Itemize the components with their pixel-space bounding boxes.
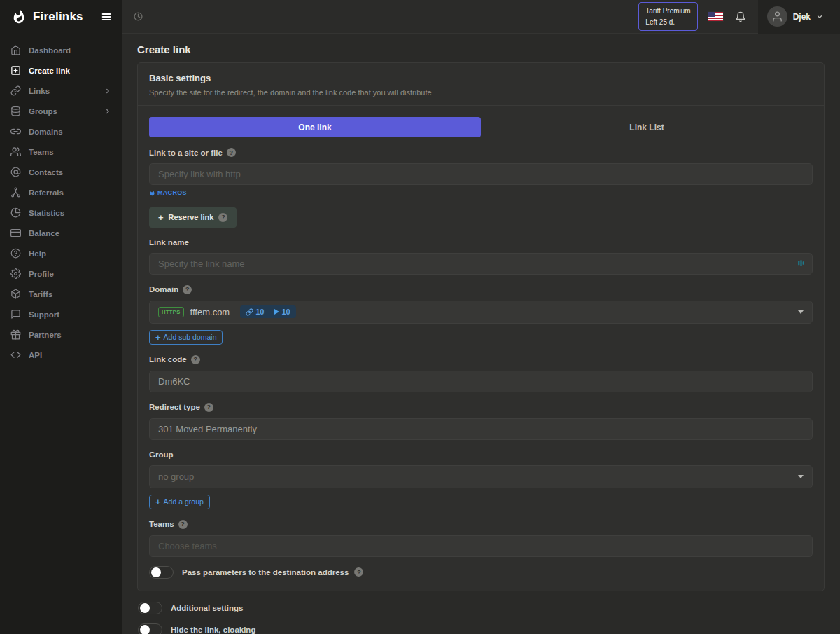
sidebar-item-label: Help bbox=[29, 249, 46, 258]
sidebar: Firelinks Dashboard Create link Links Gr… bbox=[0, 0, 122, 634]
package-icon bbox=[10, 289, 21, 299]
group-select[interactable]: no group bbox=[149, 465, 813, 488]
sidebar-item-label: Groups bbox=[29, 107, 57, 116]
help-icon[interactable]: ? bbox=[191, 355, 200, 364]
brand-name: Firelinks bbox=[33, 10, 94, 24]
teams-input[interactable] bbox=[149, 535, 813, 557]
flame-logo-icon bbox=[11, 9, 27, 25]
reserve-link-label: Reserve link bbox=[169, 213, 214, 221]
additional-settings-row: Additional settings bbox=[137, 602, 825, 614]
hamburger-menu-icon[interactable] bbox=[101, 11, 112, 22]
at-sign-icon bbox=[10, 167, 21, 177]
content-area: Create link Basic settings Specify the s… bbox=[122, 34, 840, 634]
sidebar-item-partners[interactable]: Partners bbox=[0, 324, 122, 345]
sidebar-nav: Dashboard Create link Links Groups Domai… bbox=[0, 34, 122, 365]
sidebar-item-teams[interactable]: Teams bbox=[0, 142, 122, 162]
redirect-type-label-row: Redirect type ? bbox=[149, 403, 813, 412]
add-sub-domain-button[interactable]: + Add sub domain bbox=[149, 330, 223, 345]
redirects-count-stat: 10 bbox=[274, 308, 290, 316]
basic-settings-card: Basic settings Specify the site for the … bbox=[137, 62, 825, 591]
notifications-bell-icon[interactable] bbox=[735, 11, 746, 22]
sidebar-item-domains[interactable]: Domains bbox=[0, 121, 122, 142]
sidebar-item-tariffs[interactable]: Tariffs bbox=[0, 284, 122, 304]
user-menu[interactable]: Djek bbox=[758, 0, 840, 34]
generate-name-icon[interactable] bbox=[797, 259, 806, 268]
pill-divider bbox=[269, 308, 270, 316]
add-group-button[interactable]: + Add a group bbox=[149, 495, 210, 509]
link-name-label-row: Link name bbox=[149, 238, 813, 247]
sidebar-item-help[interactable]: Help bbox=[0, 243, 122, 263]
tab-link-list[interactable]: Link List bbox=[481, 117, 813, 137]
domain-value: fffem.com bbox=[190, 307, 230, 317]
credit-card-icon bbox=[10, 228, 21, 238]
domain-label: Domain bbox=[149, 285, 178, 294]
sidebar-item-statistics[interactable]: Statistics bbox=[0, 202, 122, 223]
reserve-link-button[interactable]: + Reserve link ? bbox=[149, 207, 237, 228]
redirect-type-input[interactable] bbox=[149, 418, 813, 440]
page-title: Create link bbox=[137, 43, 825, 55]
macros-label: MACROS bbox=[158, 189, 187, 196]
card-title: Basic settings bbox=[149, 73, 813, 83]
sidebar-item-balance[interactable]: Balance bbox=[0, 223, 122, 243]
sidebar-item-label: Support bbox=[29, 310, 59, 319]
chevron-right-icon bbox=[104, 108, 111, 115]
link-url-input[interactable] bbox=[149, 163, 813, 185]
share-icon bbox=[10, 187, 21, 198]
plus-icon: + bbox=[155, 333, 161, 342]
sidebar-item-label: Create link bbox=[29, 67, 70, 75]
help-icon[interactable]: ? bbox=[218, 213, 227, 222]
add-sub-domain-label: Add sub domain bbox=[164, 333, 217, 341]
additional-settings-label: Additional settings bbox=[171, 604, 244, 612]
pass-params-label: Pass parameters to the destination addre… bbox=[182, 568, 349, 577]
gift-icon bbox=[10, 329, 21, 340]
tariff-badge[interactable]: Tariff Premium Left 25 d. bbox=[638, 2, 697, 31]
macros-link[interactable]: MACROS bbox=[149, 189, 187, 196]
link-code-input[interactable] bbox=[149, 371, 813, 392]
user-name: Djek bbox=[793, 12, 811, 22]
sidebar-item-contacts[interactable]: Contacts bbox=[0, 162, 122, 182]
help-icon[interactable]: ? bbox=[183, 285, 192, 294]
sidebar-item-label: Domains bbox=[29, 128, 63, 136]
tariff-name: Tariff Premium bbox=[645, 6, 690, 17]
sidebar-item-profile[interactable]: Profile bbox=[0, 263, 122, 284]
group-label: Group bbox=[149, 450, 174, 459]
group-value: no group bbox=[158, 471, 194, 482]
additional-settings-toggle[interactable] bbox=[138, 602, 162, 614]
help-icon[interactable]: ? bbox=[178, 520, 188, 529]
help-icon[interactable]: ? bbox=[204, 403, 214, 412]
cloaking-toggle[interactable] bbox=[138, 623, 162, 634]
sidebar-item-create-link[interactable]: Create link bbox=[0, 60, 122, 81]
select-caret-icon bbox=[798, 310, 804, 317]
sidebar-item-referrals[interactable]: Referrals bbox=[0, 182, 122, 202]
topbar: Tariff Premium Left 25 d. Djek bbox=[122, 0, 840, 34]
card-subtitle: Specify the site for the redirect, the d… bbox=[149, 88, 813, 97]
language-flag-icon[interactable] bbox=[708, 12, 723, 21]
help-icon[interactable]: ? bbox=[227, 148, 236, 157]
chevron-right-icon bbox=[104, 88, 111, 95]
link-2-icon bbox=[10, 126, 21, 137]
select-caret-icon bbox=[798, 475, 804, 481]
domain-label-row: Domain ? bbox=[149, 285, 813, 294]
links-count-stat: 10 bbox=[246, 308, 264, 316]
cloaking-row: Hide the link, cloaking bbox=[137, 623, 825, 634]
sidebar-item-support[interactable]: Support bbox=[0, 304, 122, 324]
pass-params-row: Pass parameters to the destination addre… bbox=[149, 566, 813, 579]
sidebar-item-api[interactable]: API bbox=[0, 345, 122, 365]
code-icon bbox=[10, 350, 21, 360]
play-icon bbox=[274, 309, 279, 315]
link-mode-tabs: One link Link List bbox=[149, 117, 813, 137]
sidebar-item-links[interactable]: Links bbox=[0, 81, 122, 101]
help-circle-icon bbox=[10, 248, 21, 259]
sidebar-item-dashboard[interactable]: Dashboard bbox=[0, 40, 122, 60]
pass-params-toggle[interactable] bbox=[149, 566, 174, 579]
sidebar-item-groups[interactable]: Groups bbox=[0, 101, 122, 121]
help-icon[interactable]: ? bbox=[354, 567, 363, 577]
teams-label-row: Teams ? bbox=[149, 520, 813, 529]
domain-select[interactable]: HTTPS fffem.com 10 10 bbox=[149, 301, 813, 324]
group-label-row: Group bbox=[149, 450, 813, 459]
link-name-input[interactable] bbox=[149, 253, 813, 275]
links-count: 10 bbox=[255, 308, 264, 316]
tab-one-link[interactable]: One link bbox=[149, 117, 481, 137]
link-code-label: Link code bbox=[149, 355, 187, 364]
sidebar-item-label: Balance bbox=[29, 229, 59, 237]
